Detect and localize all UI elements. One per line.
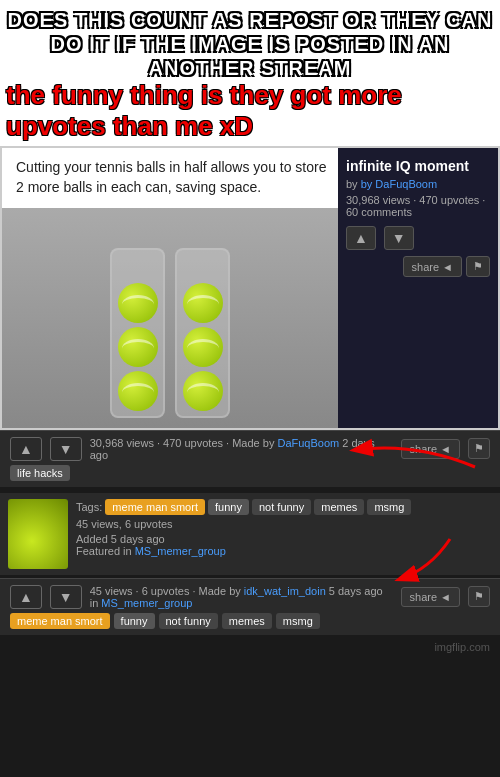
bottom-downvote-button[interactable]: ▼ (50, 585, 82, 609)
bottom-vote-row: ▲ ▼ 45 views · 6 upvotes · Made by idk_w… (10, 585, 490, 609)
top-meme-text-2: the funny thing is they got more upvotes… (6, 80, 494, 142)
bottom-footer: ▲ ▼ 45 views · 6 upvotes · Made by idk_w… (0, 578, 500, 635)
inner-vote-row: ▲ ▼ (346, 226, 490, 250)
inner-upvote-button[interactable]: ▲ (346, 226, 376, 250)
inner-post-body: Cutting your tennis balls in half allows… (2, 148, 498, 427)
tags-label: Tags: (76, 501, 102, 513)
repost-thumb-bg (8, 499, 68, 569)
footer-flag-button[interactable]: ⚑ (468, 438, 490, 459)
inner-author[interactable]: by DaFuqBoom (361, 178, 437, 190)
tennis-image (2, 208, 338, 428)
inner-post-title: infinite IQ moment (346, 158, 490, 174)
featured-label: Featured in (76, 545, 135, 557)
bottom-flag-button[interactable]: ⚑ (468, 586, 490, 607)
tennis-ball (183, 371, 223, 411)
inner-right-panel: infinite IQ moment by by DaFuqBoom 30,96… (338, 148, 498, 427)
canister-2 (175, 248, 230, 418)
tag-life-hacks[interactable]: life hacks (10, 465, 70, 481)
tennis-ball (118, 283, 158, 323)
repost-thumbnail (8, 499, 68, 569)
featured-group-link[interactable]: MS_memer_group (135, 545, 226, 557)
bottom-upvote-button[interactable]: ▲ (10, 585, 42, 609)
inner-post-text: Cutting your tennis balls in half allows… (2, 148, 338, 207)
tennis-ball (183, 327, 223, 367)
repost-featured: Featured in MS_memer_group (76, 545, 492, 557)
inner-post-description: Cutting your tennis balls in half allows… (16, 158, 328, 197)
bottom-group-link[interactable]: MS_memer_group (101, 597, 192, 609)
bottom-stats-text: 45 views · 6 upvotes · Made by (90, 585, 241, 597)
canister-1 (110, 248, 165, 418)
bottom-tag-3[interactable]: memes (222, 613, 272, 629)
inner-stats: 30,968 views · 470 upvotes · 60 comments (346, 194, 490, 218)
tennis-ball (183, 283, 223, 323)
repost-inner: Tags: meme man smort funny not funny mem… (0, 493, 500, 575)
footer-share-button[interactable]: share ◄ (401, 439, 460, 459)
repost-tag-1[interactable]: funny (208, 499, 249, 515)
repost-added: Added 5 days ago (76, 533, 492, 545)
inner-by-line: by by DaFuqBoom (346, 178, 490, 190)
tennis-ball (118, 371, 158, 411)
watermark-text: imgflip.com (434, 641, 490, 653)
inner-share-button[interactable]: share ◄ (403, 256, 462, 277)
by-label: by (346, 178, 361, 190)
top-meme-text-1: DOES THIS COUNT AS REPOST OR THEY CAN DO… (6, 8, 494, 80)
inner-post: Cutting your tennis balls in half allows… (0, 146, 500, 429)
inner-flag-button[interactable]: ⚑ (466, 256, 490, 277)
footer-vote-row: ▲ ▼ 30,968 views · 470 upvotes · Made by… (10, 437, 490, 461)
bottom-user-link[interactable]: idk_wat_im_doin (244, 585, 326, 597)
footer-downvote-button[interactable]: ▼ (50, 437, 82, 461)
repost-tag-3[interactable]: memes (314, 499, 364, 515)
tennis-ball (118, 327, 158, 367)
repost-section: Tags: meme man smort funny not funny mem… (0, 490, 500, 575)
bottom-tag-row: meme man smort funny not funny memes msm… (10, 613, 490, 629)
top-text-area: DOES THIS COUNT AS REPOST OR THEY CAN DO… (0, 0, 500, 146)
repost-info: Tags: meme man smort funny not funny mem… (76, 499, 492, 557)
watermark-area: imgflip.com (0, 635, 500, 658)
footer-stats: 30,968 views · 470 upvotes · Made by DaF… (90, 437, 393, 461)
bottom-tag-0[interactable]: meme man smort (10, 613, 110, 629)
bottom-share-button[interactable]: share ◄ (401, 587, 460, 607)
outer-footer-wrapper: ▲ ▼ 30,968 views · 470 upvotes · Made by… (0, 430, 500, 487)
outer-post-footer: ▲ ▼ 30,968 views · 470 upvotes · Made by… (0, 430, 500, 487)
footer-upvote-button[interactable]: ▲ (10, 437, 42, 461)
repost-stats: 45 views, 6 upvotes (76, 518, 492, 530)
repost-tags-label: Tags: meme man smort funny not funny mem… (76, 499, 492, 515)
repost-tag-4[interactable]: msmg (367, 499, 411, 515)
inner-downvote-button[interactable]: ▼ (384, 226, 414, 250)
repost-tag-0[interactable]: meme man smort (105, 499, 205, 515)
bottom-footer-stats: 45 views · 6 upvotes · Made by idk_wat_i… (90, 585, 393, 609)
bottom-tag-4[interactable]: msmg (276, 613, 320, 629)
bottom-tag-2[interactable]: not funny (159, 613, 218, 629)
footer-stats-text: 30,968 views · 470 upvotes · Made by (90, 437, 275, 449)
repost-tag-2[interactable]: not funny (252, 499, 311, 515)
bottom-tag-1[interactable]: funny (114, 613, 155, 629)
footer-user-link[interactable]: DaFuqBoom (277, 437, 339, 449)
footer-tag-row: life hacks (10, 465, 490, 481)
